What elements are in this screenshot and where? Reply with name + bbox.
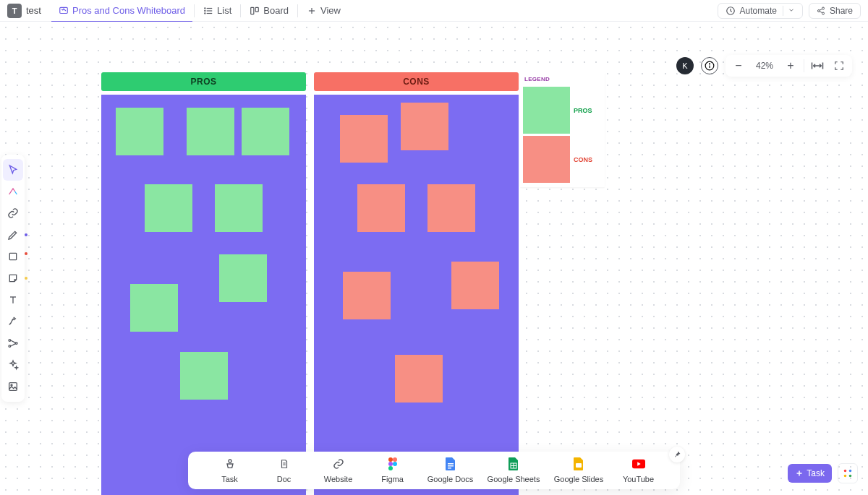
svg-rect-31 [9,383,17,391]
sticky-icon [7,272,19,284]
pros-header: PROS [101,72,306,91]
task-icon [224,458,236,470]
svg-rect-42 [448,465,454,467]
shape-tool[interactable] [3,246,23,267]
space-avatar[interactable]: T [7,4,22,18]
tab-list[interactable]: List [196,0,239,22]
tab-label: View [320,5,341,16]
svg-point-55 [849,475,852,478]
tab-whiteboard[interactable]: Pros and Cons Whiteboard [51,0,192,22]
ai-icon [7,186,19,197]
insert-google-docs[interactable]: Google Docs [420,457,481,483]
legend-swatch-green [523,87,570,134]
automate-icon [726,6,736,16]
insert-website[interactable]: Website [311,457,365,483]
svg-rect-8 [255,7,258,12]
separator [804,59,804,72]
draw-tool[interactable] [3,224,23,246]
legend-card[interactable]: LEGEND PROS CONS [520,72,605,187]
chevron-down-icon[interactable] [783,6,795,16]
insert-task[interactable]: Task [203,457,257,483]
svg-rect-7 [251,7,254,14]
insert-label: Google Docs [427,475,474,483]
svg-point-4 [205,7,205,8]
sticky-note[interactable] [219,254,267,302]
canvas-top-right-controls: K − 42% + [676,55,852,77]
insert-google-slides[interactable]: Google Slides [546,457,611,483]
sticky-note[interactable] [343,272,391,319]
space-name[interactable]: test [26,5,41,16]
svg-line-15 [820,9,822,10]
pros-panel[interactable]: PROS [101,72,306,495]
legend-row-pros: PROS [523,87,602,134]
sticky-note[interactable] [130,284,178,332]
select-tool[interactable] [3,159,23,181]
sparkle-icon [7,359,19,371]
zoom-out-button[interactable]: − [730,57,747,74]
legend-row-cons: CONS [523,136,602,183]
bottom-right-actions: Task [788,463,858,483]
sticky-note[interactable] [116,108,163,155]
automate-label: Automate [740,6,777,16]
color-dot [25,277,27,280]
pros-body[interactable] [101,95,306,495]
automate-button[interactable]: Automate [718,3,803,19]
zoom-in-button[interactable]: + [782,57,799,74]
whiteboard-canvas[interactable]: K − 42% + PROS CONS LEGEND [0,22,868,495]
sticky-note[interactable] [427,184,475,232]
zoom-percent[interactable]: 42% [752,61,778,71]
pin-icon [673,450,681,459]
connector-tool[interactable] [3,311,23,332]
svg-point-14 [822,12,824,14]
text-tool[interactable] [3,289,23,311]
share-button[interactable]: Share [809,3,861,19]
new-task-button[interactable]: Task [788,464,832,483]
youtube-icon [632,457,645,470]
list-icon [203,6,213,16]
sticky-note[interactable] [340,115,388,163]
sticky-note[interactable] [180,352,228,400]
ai-tool[interactable] [3,181,23,202]
zoom-controls: − 42% + [726,55,852,77]
insert-youtube[interactable]: YouTube [611,457,665,483]
separator [297,4,298,17]
sticky-note[interactable] [215,184,263,232]
square-icon [7,251,19,262]
plus-icon [795,469,804,478]
insert-figma[interactable]: Figma [365,457,420,483]
insert-label: Google Slides [554,475,604,483]
user-avatar[interactable]: K [676,57,694,74]
svg-rect-41 [448,463,454,465]
sticky-note[interactable] [357,184,405,232]
cons-body[interactable] [314,95,519,495]
svg-rect-43 [448,468,451,469]
sticky-note[interactable] [242,108,289,155]
board-icon [250,6,260,16]
sticky-note[interactable] [401,103,448,150]
text-icon [7,294,19,306]
svg-rect-47 [576,463,582,468]
sticky-tool[interactable] [3,267,23,289]
sticky-note[interactable] [395,355,443,403]
insert-doc[interactable]: Doc [257,457,311,483]
svg-point-19 [710,64,710,64]
image-tool[interactable] [3,376,23,397]
link-tool[interactable] [3,202,23,224]
tab-board[interactable]: Board [242,0,296,22]
insert-google-sheets[interactable]: Google Sheets [481,457,546,483]
sticky-note[interactable] [145,184,192,232]
cons-panel[interactable]: CONS [314,72,519,495]
apps-button[interactable] [838,463,858,483]
magic-tool[interactable] [3,354,23,376]
fullscreen-icon [834,61,844,71]
diagram-tool[interactable] [3,332,23,354]
legend-label-pros: PROS [574,107,592,114]
fit-width-button[interactable] [809,57,826,74]
pin-button[interactable] [669,447,685,462]
sticky-note[interactable] [187,108,234,155]
sticky-note[interactable] [451,262,499,309]
tab-add-view[interactable]: View [299,0,348,22]
fullscreen-button[interactable] [830,57,848,74]
info-button[interactable] [701,57,718,74]
svg-point-40 [388,466,393,470]
